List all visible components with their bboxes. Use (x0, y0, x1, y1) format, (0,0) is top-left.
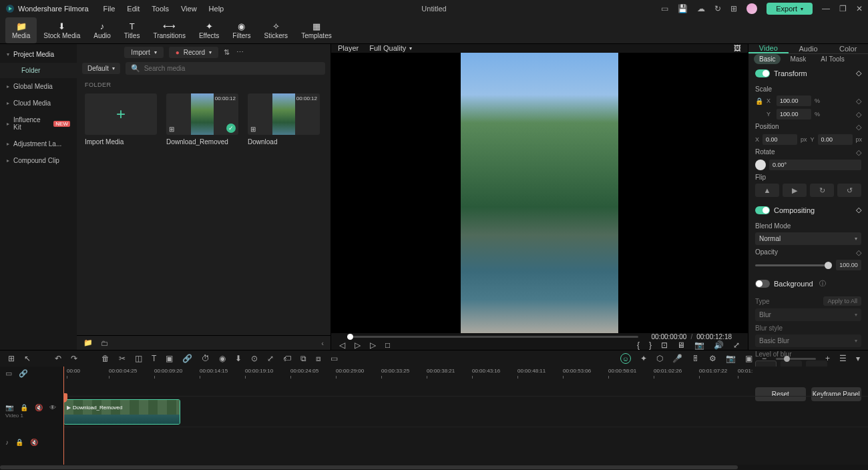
rotate-ccw-icon[interactable]: ↺ (837, 184, 861, 197)
ribbon-effects[interactable]: ✦Effects (192, 17, 226, 43)
menu-file[interactable]: File (103, 5, 116, 13)
pos-y-input[interactable] (818, 134, 853, 145)
rotate-input[interactable] (769, 160, 861, 170)
user-avatar[interactable] (746, 3, 757, 14)
video-track-head[interactable]: 📷🔒🔇👁 Video 1 (0, 396, 63, 427)
playhead[interactable] (63, 367, 64, 465)
tl-pointer-icon[interactable]: ↖ (24, 354, 31, 363)
menu-edit[interactable]: Edit (127, 5, 140, 13)
sort-icon[interactable]: ⇅ (224, 48, 230, 57)
menu-tools[interactable]: Tools (152, 5, 169, 13)
more-icon[interactable]: ⋯ (236, 48, 244, 57)
redo-icon[interactable]: ↷ (71, 354, 77, 363)
expand-icon[interactable]: ⤢ (267, 354, 274, 363)
new-folder-icon[interactable]: 📁 (83, 338, 93, 347)
mic-icon[interactable]: 🎤 (672, 354, 682, 363)
scale-x-input[interactable] (777, 95, 811, 106)
render-icon[interactable]: ▭ (331, 354, 338, 363)
adjust-icon[interactable]: ⚙ (709, 354, 716, 363)
cloud-icon[interactable]: ☁ (697, 4, 705, 13)
keyframe-icon[interactable]: ◇ (856, 148, 861, 157)
zoom-slider[interactable] (776, 358, 816, 360)
keyframe-icon[interactable]: ◇ (856, 123, 861, 132)
marker-tl-icon[interactable]: ⬇ (235, 354, 242, 363)
subtab-mask[interactable]: Mask (785, 54, 811, 64)
audio-detect-icon[interactable]: ✦ (640, 354, 647, 363)
play-icon[interactable]: ▷ (355, 340, 361, 350)
sort-default-dropdown[interactable]: Default▾ (82, 63, 120, 74)
blur-style-select[interactable]: Basic Blur▾ (755, 334, 861, 347)
ribbon-media[interactable]: 📁Media (5, 17, 37, 43)
tl-snap-icon[interactable]: ⊞ (8, 354, 15, 363)
opacity-slider[interactable] (755, 264, 832, 266)
import-dropdown[interactable]: Import▾ (124, 47, 163, 58)
tab-video[interactable]: Video (748, 44, 789, 53)
prev-frame-icon[interactable]: ◁ (339, 340, 345, 350)
auto-reframe-icon[interactable]: ☺ (620, 353, 631, 364)
delete-icon[interactable]: 🗑 (101, 354, 110, 363)
mark-in-icon[interactable]: { (637, 340, 640, 350)
playback-scrubber[interactable] (347, 336, 638, 338)
audio-mix-icon[interactable]: 🎚 (692, 354, 700, 363)
history-icon[interactable]: ↻ (714, 4, 721, 13)
main-track-icon[interactable]: ▭ (5, 369, 12, 378)
tab-audio[interactable]: Audio (789, 44, 829, 53)
opacity-value[interactable]: 100.00 (836, 260, 861, 270)
sidebar-folder[interactable]: Folder (0, 63, 77, 78)
sidebar-cloud-media[interactable]: ▸Cloud Media (0, 95, 77, 111)
menu-help[interactable]: Help (209, 5, 224, 13)
sidebar-global-media[interactable]: ▸Global Media (0, 78, 77, 95)
crop-tl-icon[interactable]: ◫ (135, 354, 142, 363)
compositing-toggle[interactable] (755, 206, 770, 214)
link-track-icon[interactable]: 🔗 (19, 369, 28, 378)
timeline-ruler[interactable]: 00:00 00:00:04:25 00:00:09:20 00:00:14:1… (63, 367, 868, 380)
mark-out-icon[interactable]: } (649, 340, 652, 350)
sidebar-project-media[interactable]: ▾Project Media (0, 46, 77, 63)
undo-icon[interactable]: ↶ (55, 354, 61, 363)
apps-icon[interactable]: ⊞ (730, 4, 737, 13)
flip-vertical-icon[interactable]: ▶ (783, 184, 807, 197)
blend-mode-select[interactable]: Normal▾ (755, 232, 861, 245)
export-button[interactable]: Export▾ (767, 3, 813, 15)
subtab-basic[interactable]: Basic (754, 54, 781, 64)
apply-to-all-button[interactable]: Apply to All (823, 296, 861, 306)
crop-icon[interactable]: ⊡ (661, 340, 668, 350)
keyframe-icon[interactable]: ◇ (856, 248, 861, 257)
camera-icon[interactable]: 📷 (694, 340, 704, 350)
layout-icon[interactable]: ▭ (661, 4, 668, 13)
save-icon[interactable]: 💾 (678, 4, 688, 13)
media-import[interactable]: + Import Media (85, 93, 157, 146)
sidebar-compound-clip[interactable]: ▸Compound Clip (0, 152, 77, 169)
ribbon-filters[interactable]: ◉Filters (226, 17, 257, 43)
new-bin-icon[interactable]: 🗀 (101, 339, 108, 347)
split-icon[interactable]: ✂ (119, 354, 126, 363)
color-icon[interactable]: ◉ (219, 354, 226, 363)
rotate-cw-icon[interactable]: ↻ (810, 184, 834, 197)
sidebar-adjustment-layer[interactable]: ▸Adjustment La... (0, 136, 77, 152)
fullscreen-icon[interactable]: ⤢ (733, 340, 740, 350)
video-track-lane[interactable]: ▶Download_Removed (63, 396, 868, 427)
media-item[interactable]: 00:00:12⊞✓ Download_Removed (166, 93, 238, 146)
ribbon-titles[interactable]: TTitles (118, 17, 147, 43)
keyframe-icon[interactable]: ◇ (856, 69, 861, 77)
record-dropdown[interactable]: ●Record▾ (169, 47, 218, 58)
screenshot-icon[interactable]: ▣ (166, 354, 173, 363)
timeline-scrollbar[interactable] (0, 465, 868, 470)
maximize-icon[interactable]: ❐ (839, 4, 847, 13)
rotate-dial[interactable] (755, 160, 766, 170)
info-icon[interactable]: ⓘ (819, 279, 826, 288)
next-frame-icon[interactable]: ▷ (370, 340, 376, 350)
menu-view[interactable]: View (181, 5, 197, 13)
speed-icon[interactable]: ⏱ (202, 354, 210, 363)
group-icon[interactable]: ⧉ (300, 354, 306, 363)
ungroup-icon[interactable]: ⧈ (316, 354, 321, 363)
keyframe-icon[interactable]: ◇ (856, 97, 861, 105)
keyframe-icon[interactable]: ◇ (856, 206, 861, 214)
ribbon-templates[interactable]: ▦Templates (294, 17, 339, 43)
quality-dropdown[interactable]: Full Quality▾ (369, 44, 412, 52)
stop-icon[interactable]: □ (385, 340, 390, 350)
minimize-icon[interactable]: — (822, 4, 830, 13)
sidebar-influence-kit[interactable]: ▸Influence KitNEW (0, 111, 77, 136)
volume-icon[interactable]: 🔊 (714, 340, 724, 350)
tag-icon[interactable]: 🏷 (283, 354, 291, 363)
